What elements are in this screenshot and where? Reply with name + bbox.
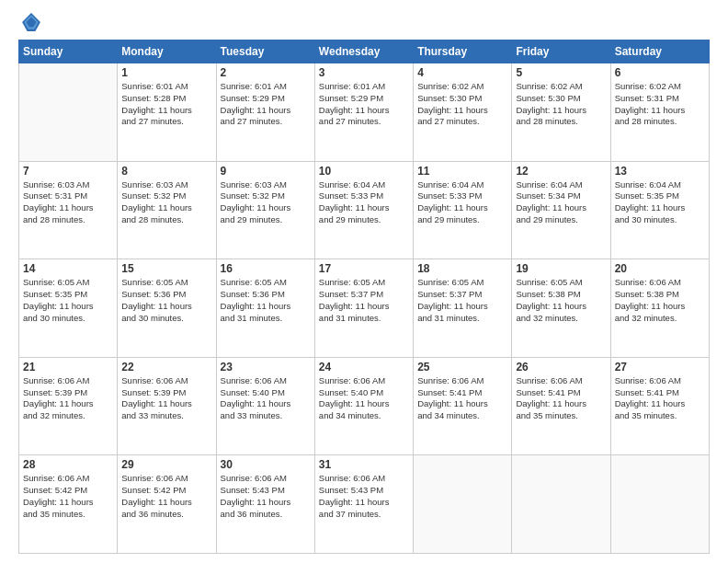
day-number: 5 [516, 66, 606, 79]
calendar-cell: 31Sunrise: 6:06 AMSunset: 5:43 PMDayligh… [314, 455, 413, 554]
day-info: Sunrise: 6:06 AMSunset: 5:42 PMDaylight:… [121, 473, 211, 520]
header [18, 14, 710, 32]
calendar-week-2: 7Sunrise: 6:03 AMSunset: 5:31 PMDaylight… [19, 161, 710, 259]
calendar-cell: 17Sunrise: 6:05 AMSunset: 5:37 PMDayligh… [314, 259, 413, 358]
day-info: Sunrise: 6:02 AMSunset: 5:30 PMDaylight:… [516, 81, 606, 128]
day-info: Sunrise: 6:06 AMSunset: 5:40 PMDaylight:… [319, 375, 409, 422]
day-info: Sunrise: 6:05 AMSunset: 5:37 PMDaylight:… [319, 277, 409, 324]
calendar-cell: 3Sunrise: 6:01 AMSunset: 5:29 PMDaylight… [314, 63, 413, 162]
day-number: 24 [319, 361, 409, 373]
day-info: Sunrise: 6:03 AMSunset: 5:31 PMDaylight:… [23, 179, 113, 226]
calendar-cell: 23Sunrise: 6:06 AMSunset: 5:40 PMDayligh… [216, 357, 314, 455]
day-info: Sunrise: 6:06 AMSunset: 5:43 PMDaylight:… [319, 473, 409, 520]
day-number: 19 [516, 262, 606, 275]
day-info: Sunrise: 6:02 AMSunset: 5:31 PMDaylight:… [615, 81, 705, 128]
calendar-cell: 24Sunrise: 6:06 AMSunset: 5:40 PMDayligh… [314, 357, 413, 455]
day-number: 21 [23, 361, 113, 373]
day-info: Sunrise: 6:04 AMSunset: 5:33 PMDaylight:… [417, 179, 507, 226]
day-number: 11 [417, 165, 507, 178]
day-number: 1 [121, 66, 211, 79]
day-info: Sunrise: 6:01 AMSunset: 5:29 PMDaylight:… [319, 81, 409, 128]
day-info: Sunrise: 6:06 AMSunset: 5:41 PMDaylight:… [516, 375, 606, 422]
logo [18, 17, 41, 32]
day-header-thursday: Thursday [414, 40, 512, 63]
day-number: 12 [516, 165, 606, 178]
calendar-cell: 25Sunrise: 6:06 AMSunset: 5:41 PMDayligh… [414, 357, 512, 455]
calendar-cell: 16Sunrise: 6:05 AMSunset: 5:36 PMDayligh… [216, 259, 314, 358]
calendar-cell: 19Sunrise: 6:05 AMSunset: 5:38 PMDayligh… [512, 259, 610, 358]
calendar-week-3: 14Sunrise: 6:05 AMSunset: 5:35 PMDayligh… [19, 259, 710, 358]
calendar-cell [610, 455, 709, 554]
day-number: 23 [221, 361, 311, 373]
day-number: 22 [121, 361, 211, 373]
calendar-cell: 22Sunrise: 6:06 AMSunset: 5:39 PMDayligh… [118, 357, 216, 455]
calendar-cell: 14Sunrise: 6:05 AMSunset: 5:35 PMDayligh… [19, 259, 118, 358]
day-info: Sunrise: 6:01 AMSunset: 5:28 PMDaylight:… [121, 81, 211, 128]
day-info: Sunrise: 6:06 AMSunset: 5:41 PMDaylight:… [417, 375, 507, 422]
calendar-cell: 1Sunrise: 6:01 AMSunset: 5:28 PMDaylight… [118, 63, 216, 162]
calendar-cell [19, 63, 118, 162]
day-header-saturday: Saturday [610, 40, 709, 63]
calendar-cell: 11Sunrise: 6:04 AMSunset: 5:33 PMDayligh… [414, 161, 512, 259]
day-info: Sunrise: 6:05 AMSunset: 5:37 PMDaylight:… [417, 277, 507, 324]
day-info: Sunrise: 6:05 AMSunset: 5:35 PMDaylight:… [23, 277, 113, 324]
calendar-cell: 20Sunrise: 6:06 AMSunset: 5:38 PMDayligh… [610, 259, 709, 358]
day-number: 6 [615, 66, 705, 79]
day-number: 14 [23, 262, 113, 275]
day-number: 13 [615, 165, 705, 178]
day-info: Sunrise: 6:06 AMSunset: 5:38 PMDaylight:… [615, 277, 705, 324]
day-info: Sunrise: 6:03 AMSunset: 5:32 PMDaylight:… [221, 179, 311, 226]
day-info: Sunrise: 6:04 AMSunset: 5:33 PMDaylight:… [319, 179, 409, 226]
day-info: Sunrise: 6:06 AMSunset: 5:43 PMDaylight:… [221, 473, 311, 520]
calendar-cell: 10Sunrise: 6:04 AMSunset: 5:33 PMDayligh… [314, 161, 413, 259]
logo-icon [21, 12, 41, 32]
day-number: 30 [221, 458, 311, 471]
day-number: 31 [319, 458, 409, 471]
day-info: Sunrise: 6:02 AMSunset: 5:30 PMDaylight:… [417, 81, 507, 128]
day-number: 28 [23, 458, 113, 471]
day-number: 9 [221, 165, 311, 178]
calendar-cell [414, 455, 512, 554]
day-header-friday: Friday [512, 40, 610, 63]
day-info: Sunrise: 6:05 AMSunset: 5:36 PMDaylight:… [121, 277, 211, 324]
calendar-cell: 5Sunrise: 6:02 AMSunset: 5:30 PMDaylight… [512, 63, 610, 162]
day-header-monday: Monday [118, 40, 216, 63]
day-header-wednesday: Wednesday [314, 40, 413, 63]
calendar-cell: 30Sunrise: 6:06 AMSunset: 5:43 PMDayligh… [216, 455, 314, 554]
day-number: 8 [121, 165, 211, 178]
day-header-tuesday: Tuesday [216, 40, 314, 63]
day-number: 2 [221, 66, 311, 79]
day-info: Sunrise: 6:06 AMSunset: 5:39 PMDaylight:… [121, 375, 211, 422]
day-number: 29 [121, 458, 211, 471]
calendar-cell: 12Sunrise: 6:04 AMSunset: 5:34 PMDayligh… [512, 161, 610, 259]
calendar-cell: 27Sunrise: 6:06 AMSunset: 5:41 PMDayligh… [610, 357, 709, 455]
day-info: Sunrise: 6:01 AMSunset: 5:29 PMDaylight:… [221, 81, 311, 128]
calendar-header-row: SundayMondayTuesdayWednesdayThursdayFrid… [19, 40, 710, 63]
calendar-cell: 15Sunrise: 6:05 AMSunset: 5:36 PMDayligh… [118, 259, 216, 358]
day-number: 27 [615, 361, 705, 373]
day-info: Sunrise: 6:06 AMSunset: 5:41 PMDaylight:… [615, 375, 705, 422]
calendar-week-1: 1Sunrise: 6:01 AMSunset: 5:28 PMDaylight… [19, 63, 710, 162]
calendar-cell: 2Sunrise: 6:01 AMSunset: 5:29 PMDaylight… [216, 63, 314, 162]
calendar-cell: 26Sunrise: 6:06 AMSunset: 5:41 PMDayligh… [512, 357, 610, 455]
day-number: 15 [121, 262, 211, 275]
day-info: Sunrise: 6:06 AMSunset: 5:40 PMDaylight:… [221, 375, 311, 422]
calendar-cell: 4Sunrise: 6:02 AMSunset: 5:30 PMDaylight… [414, 63, 512, 162]
calendar-table: SundayMondayTuesdayWednesdayThursdayFrid… [18, 40, 710, 554]
day-number: 26 [516, 361, 606, 373]
day-number: 7 [23, 165, 113, 178]
day-info: Sunrise: 6:05 AMSunset: 5:38 PMDaylight:… [516, 277, 606, 324]
calendar-cell: 18Sunrise: 6:05 AMSunset: 5:37 PMDayligh… [414, 259, 512, 358]
calendar-cell: 8Sunrise: 6:03 AMSunset: 5:32 PMDaylight… [118, 161, 216, 259]
day-info: Sunrise: 6:04 AMSunset: 5:35 PMDaylight:… [615, 179, 705, 226]
calendar-week-4: 21Sunrise: 6:06 AMSunset: 5:39 PMDayligh… [19, 357, 710, 455]
day-number: 4 [417, 66, 507, 79]
day-number: 3 [319, 66, 409, 79]
day-info: Sunrise: 6:05 AMSunset: 5:36 PMDaylight:… [221, 277, 311, 324]
calendar-cell: 28Sunrise: 6:06 AMSunset: 5:42 PMDayligh… [19, 455, 118, 554]
day-number: 20 [615, 262, 705, 275]
calendar-cell: 6Sunrise: 6:02 AMSunset: 5:31 PMDaylight… [610, 63, 709, 162]
day-number: 16 [221, 262, 311, 275]
day-info: Sunrise: 6:06 AMSunset: 5:42 PMDaylight:… [23, 473, 113, 520]
day-number: 17 [319, 262, 409, 275]
